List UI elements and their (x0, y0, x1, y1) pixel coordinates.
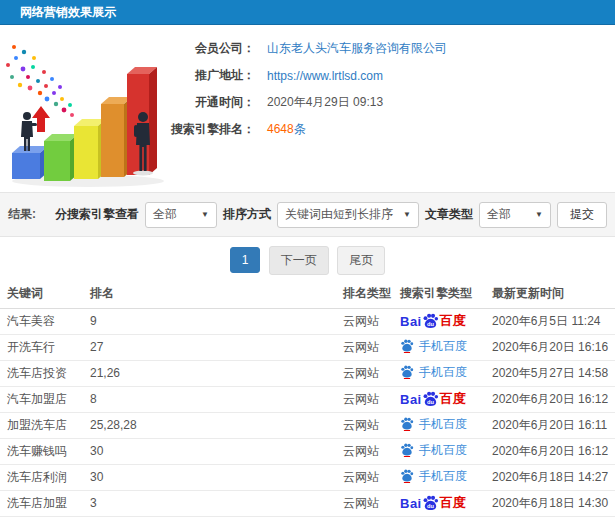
info-row-company: 会员公司： 山东老人头汽车服务咨询有限公司 (170, 35, 447, 62)
column-header-keyword: 关键词 (0, 280, 90, 308)
update-time-cell: 2020年6月20日 16:16 (492, 334, 615, 360)
engine-type-cell: Baidu百度 (400, 490, 492, 516)
rank-type-cell: 云网站 (343, 464, 400, 490)
article-type-select[interactable]: 全部 ▼ (479, 202, 551, 228)
update-time-cell: 2020年6月20日 16:11 (492, 412, 615, 438)
info-section: 会员公司： 山东老人头汽车服务咨询有限公司 推广地址： https://www.… (0, 25, 615, 192)
rank-cell[interactable]: 9 (90, 308, 343, 334)
rank-type-cell: 云网站 (343, 438, 400, 464)
table-row: 加盟洗车店25,28,28云网站手机百度2020年6月20日 16:11 (0, 412, 615, 438)
ranking-count-label: 搜索引擎排名： (170, 121, 255, 138)
rank-cell[interactable]: 27 (90, 334, 343, 360)
update-time-cell: 2020年6月20日 16:12 (492, 386, 615, 412)
mobile-baidu-logo: 手机百度 (400, 442, 467, 459)
info-row-url: 推广地址： https://www.lrtlsd.com (170, 62, 447, 89)
update-time-cell: 2020年6月20日 16:12 (492, 438, 615, 464)
next-page-button[interactable]: 下一页 (269, 246, 329, 275)
mobile-baidu-label: 手机百度 (419, 442, 467, 459)
results-table: 关键词 排名 排名类型 搜索引擎类型 最新更新时间 汽车美容9云网站Baidu百… (0, 280, 615, 517)
baidu-logo-cn: 百度 (440, 494, 466, 512)
update-time-cell: 2020年5月27日 14:58 (492, 360, 615, 386)
table-row: 洗车店加盟3云网站Baidu百度2020年6月18日 14:30 (0, 490, 615, 516)
baidu-paw-icon (400, 417, 414, 431)
baidu-logo: Baidu百度 (400, 390, 466, 408)
keyword-cell: 汽车美容 (0, 308, 90, 334)
baidu-logo: Baidu百度 (400, 312, 466, 330)
bar-chart-illustration (0, 25, 170, 190)
info-row-ranking-count: 搜索引擎排名： 4648条 (170, 116, 447, 143)
keyword-cell: 洗车店加盟 (0, 490, 90, 516)
engine-type-cell: 手机百度 (400, 360, 492, 386)
article-type-label: 文章类型 (425, 206, 473, 223)
confetti-dots (6, 45, 74, 117)
baidu-paw-icon: du (422, 495, 439, 512)
baidu-paw-icon (400, 365, 414, 379)
sort-filter-label: 排序方式 (223, 206, 271, 223)
keyword-cell: 汽车加盟店 (0, 386, 90, 412)
filter-bar: 结果: 分搜索引擎查看 全部 ▼ 排序方式 关键词由短到长排序 ▼ 文章类型 全… (0, 192, 615, 237)
last-page-button[interactable]: 尾页 (337, 246, 385, 275)
rank-cell[interactable]: 21,26 (90, 360, 343, 386)
chevron-down-icon: ▼ (527, 210, 543, 219)
page-title: 网络营销效果展示 (20, 4, 116, 21)
engine-select-value: 全部 (153, 206, 177, 223)
keyword-cell: 洗车店利润 (0, 464, 90, 490)
mobile-baidu-logo: 手机百度 (400, 468, 467, 485)
keyword-cell: 开洗车行 (0, 334, 90, 360)
engine-select[interactable]: 全部 ▼ (145, 202, 217, 228)
baidu-logo: Baidu百度 (400, 494, 466, 512)
submit-button[interactable]: 提交 (557, 202, 607, 228)
open-time-label: 开通时间： (170, 94, 255, 111)
baidu-paw-icon (400, 469, 414, 483)
rank-cell[interactable]: 30 (90, 438, 343, 464)
page-1-button[interactable]: 1 (230, 247, 261, 273)
ranking-count-suffix: 条 (294, 122, 306, 136)
table-row: 汽车加盟店8云网站Baidu百度2020年6月20日 16:12 (0, 386, 615, 412)
rank-cell[interactable]: 25,28,28 (90, 412, 343, 438)
rank-cell[interactable]: 3 (90, 490, 343, 516)
mobile-baidu-logo: 手机百度 (400, 416, 467, 433)
update-time-cell: 2020年6月18日 14:27 (492, 464, 615, 490)
keyword-cell: 洗车店投资 (0, 360, 90, 386)
titlebar: 网络营销效果展示 (0, 0, 615, 25)
table-row: 洗车赚钱吗30云网站手机百度2020年6月20日 16:12 (0, 438, 615, 464)
baidu-paw-icon (400, 443, 414, 457)
ranking-count-value: 4648条 (267, 121, 306, 138)
engine-type-cell: 手机百度 (400, 464, 492, 490)
ranking-count-number: 4648 (267, 122, 294, 136)
bar-chart-graphic (0, 25, 170, 190)
sort-select[interactable]: 关键词由短到长排序 ▼ (277, 202, 419, 228)
rank-type-cell: 云网站 (343, 412, 400, 438)
rank-cell[interactable]: 30 (90, 464, 343, 490)
baidu-paw-icon: du (422, 313, 439, 330)
mobile-baidu-label: 手机百度 (419, 468, 467, 485)
keyword-cell: 加盟洗车店 (0, 412, 90, 438)
pagination: 1 下一页 尾页 (0, 237, 615, 280)
mobile-baidu-label: 手机百度 (419, 364, 467, 381)
rank-type-cell: 云网站 (343, 360, 400, 386)
chevron-down-icon: ▼ (395, 210, 411, 219)
chevron-down-icon: ▼ (193, 210, 209, 219)
baidu-paw-icon: du (422, 391, 439, 408)
promotion-url-link[interactable]: https://www.lrtlsd.com (267, 69, 383, 83)
table-row: 开洗车行27云网站手机百度2020年6月20日 16:16 (0, 334, 615, 360)
rank-type-cell: 云网站 (343, 490, 400, 516)
baidu-logo-text: Bai (400, 496, 422, 511)
mobile-baidu-logo: 手机百度 (400, 364, 467, 381)
engine-type-cell: 手机百度 (400, 334, 492, 360)
baidu-logo-cn: 百度 (440, 312, 466, 330)
keyword-cell: 洗车赚钱吗 (0, 438, 90, 464)
engine-filter-label: 分搜索引擎查看 (55, 206, 139, 223)
table-row: 洗车店利润30云网站手机百度2020年6月18日 14:27 (0, 464, 615, 490)
svg-text:du: du (427, 503, 434, 509)
rank-type-cell: 云网站 (343, 334, 400, 360)
mobile-baidu-label: 手机百度 (419, 338, 467, 355)
mobile-baidu-label: 手机百度 (419, 416, 467, 433)
company-label: 会员公司： (170, 40, 255, 57)
info-row-open-time: 开通时间： 2020年4月29日 09:13 (170, 89, 447, 116)
baidu-logo-text: Bai (400, 392, 422, 407)
company-link[interactable]: 山东老人头汽车服务咨询有限公司 (267, 40, 447, 57)
engine-type-cell: Baidu百度 (400, 386, 492, 412)
svg-text:du: du (427, 321, 434, 327)
rank-cell[interactable]: 8 (90, 386, 343, 412)
